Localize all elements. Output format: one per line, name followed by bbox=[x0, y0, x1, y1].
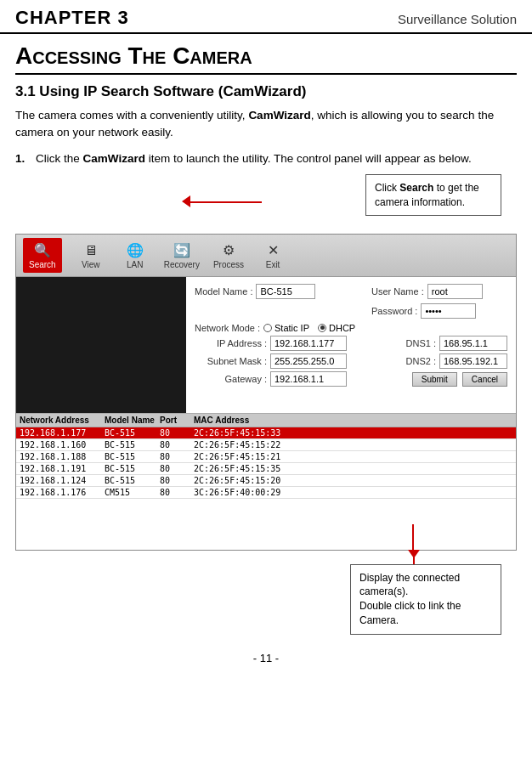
username-input[interactable] bbox=[427, 284, 483, 299]
cell-mac: 2C:26:5F:45:15:22 bbox=[194, 440, 512, 450]
col-header-mac: MAC Address bbox=[194, 416, 512, 425]
col-header-port: Port bbox=[160, 416, 194, 425]
static-ip-label: Static IP bbox=[274, 323, 309, 333]
subnet-input[interactable] bbox=[270, 353, 347, 369]
view-icon: 🖥 bbox=[79, 241, 103, 260]
cam-form: Model Name : User Name : Password : bbox=[186, 277, 516, 413]
process-icon: ⚙ bbox=[217, 241, 241, 260]
dhcp-label: DHCP bbox=[329, 323, 355, 333]
password-input[interactable] bbox=[421, 303, 476, 319]
cell-mac: 2C:26:5F:45:15:20 bbox=[194, 476, 512, 485]
submit-button[interactable]: Submit bbox=[412, 372, 457, 387]
network-mode-label: Network Mode : bbox=[195, 323, 260, 333]
table-row[interactable]: 192.168.1.177 BC-515 80 2C:26:5F:45:15:3… bbox=[16, 427, 516, 439]
cell-port: 80 bbox=[160, 476, 194, 485]
cam-list: Network Address Model Name Port MAC Addr… bbox=[16, 413, 516, 499]
main-title: Accessing The Camera bbox=[15, 42, 517, 75]
toolbar-recovery-btn[interactable]: 🔄 Recovery bbox=[164, 241, 200, 269]
cell-port: 80 bbox=[160, 440, 194, 450]
dns2-label: DNS2 : bbox=[406, 356, 436, 366]
cell-ip: 192.168.1.176 bbox=[20, 488, 105, 497]
table-row[interactable]: 192.168.1.176 CM515 80 3C:26:5F:40:00:29 bbox=[16, 487, 516, 499]
cell-ip: 192.168.1.191 bbox=[20, 464, 105, 473]
callout-top-box: Click Search to get the camera informati… bbox=[365, 174, 501, 217]
view-label: View bbox=[82, 260, 100, 269]
table-row[interactable]: 192.168.1.191 BC-515 80 2C:26:5F:45:15:3… bbox=[16, 463, 516, 475]
ip-input[interactable] bbox=[270, 336, 347, 351]
model-input[interactable] bbox=[256, 284, 315, 299]
toolbar-view-btn[interactable]: 🖥 View bbox=[76, 241, 106, 269]
cell-mac: 2C:26:5F:45:15:33 bbox=[194, 428, 512, 438]
cell-mac: 3C:26:5F:40:00:29 bbox=[194, 488, 512, 497]
cell-ip: 192.168.1.177 bbox=[20, 428, 105, 438]
exit-icon: ✕ bbox=[261, 241, 285, 260]
down-arrow-line bbox=[412, 524, 414, 550]
intro-paragraph: The camera comes with a conveniently uti… bbox=[15, 107, 517, 142]
exit-label: Exit bbox=[266, 260, 280, 269]
dns1-input[interactable] bbox=[439, 336, 507, 351]
cell-model: BC-515 bbox=[105, 440, 160, 450]
recovery-label: Recovery bbox=[164, 260, 200, 269]
table-row[interactable]: 192.168.1.188 BC-515 80 2C:26:5F:45:15:2… bbox=[16, 451, 516, 463]
cell-model: BC-515 bbox=[105, 428, 160, 438]
cell-ip: 192.168.1.160 bbox=[20, 440, 105, 450]
cell-port: 80 bbox=[160, 428, 194, 438]
chapter-header: CHAPTER 3 Surveillance Solution bbox=[0, 0, 532, 34]
cell-model: BC-515 bbox=[105, 464, 160, 473]
model-label: Model Name : bbox=[195, 286, 252, 297]
subnet-label: Subnet Mask : bbox=[207, 356, 267, 366]
cell-port: 80 bbox=[160, 488, 194, 497]
cell-port: 80 bbox=[160, 452, 194, 461]
cell-model: CM515 bbox=[105, 488, 160, 497]
table-row[interactable]: 192.168.1.124 BC-515 80 2C:26:5F:45:15:2… bbox=[16, 475, 516, 487]
cell-mac: 2C:26:5F:45:15:21 bbox=[194, 452, 512, 461]
col-header-model: Model Name bbox=[105, 416, 160, 425]
step-text: Click the CamWizard item to launch the u… bbox=[36, 150, 472, 167]
process-label: Process bbox=[213, 260, 244, 269]
cam-panel: 🔍 Search 🖥 View 🌐 LAN 🔄 Recovery ⚙ Proce… bbox=[15, 234, 517, 551]
chapter-subtitle: Surveillance Solution bbox=[398, 12, 517, 26]
password-label: Password : bbox=[371, 306, 417, 316]
recovery-icon: 🔄 bbox=[170, 241, 194, 260]
search-label: Search bbox=[29, 260, 56, 269]
cam-list-header: Network Address Model Name Port MAC Addr… bbox=[16, 414, 516, 427]
gateway-input[interactable] bbox=[270, 371, 347, 387]
toolbar-exit-btn[interactable]: ✕ Exit bbox=[258, 241, 288, 269]
toolbar-process-btn[interactable]: ⚙ Process bbox=[213, 241, 244, 269]
lan-label: LAN bbox=[127, 260, 143, 269]
table-row[interactable]: 192.168.1.160 BC-515 80 2C:26:5F:45:15:2… bbox=[16, 439, 516, 451]
static-ip-radio[interactable]: Static IP bbox=[263, 323, 309, 333]
cell-ip: 192.168.1.188 bbox=[20, 452, 105, 461]
page-footer: - 11 - bbox=[15, 642, 517, 671]
down-arrow-head bbox=[408, 550, 420, 558]
section-subtitle: 3.1 Using IP Search Software (CamWizard) bbox=[15, 83, 517, 100]
ip-label: IP Address : bbox=[217, 338, 267, 348]
cell-model: BC-515 bbox=[105, 452, 160, 461]
gateway-label: Gateway : bbox=[224, 374, 267, 384]
cell-ip: 192.168.1.124 bbox=[20, 476, 105, 485]
username-label: User Name : bbox=[371, 286, 424, 297]
search-icon: 🔍 bbox=[31, 241, 54, 260]
cam-toolbar: 🔍 Search 🖥 View 🌐 LAN 🔄 Recovery ⚙ Proce… bbox=[16, 235, 516, 277]
dhcp-radio-circle bbox=[318, 324, 326, 332]
camera-preview bbox=[16, 277, 186, 413]
callout-bottom-text: Display the connected camera(s).Double c… bbox=[359, 572, 461, 626]
chapter-title: CHAPTER 3 bbox=[15, 7, 129, 29]
col-header-ip: Network Address bbox=[20, 416, 105, 425]
cell-model: BC-515 bbox=[105, 476, 160, 485]
cell-port: 80 bbox=[160, 464, 194, 473]
lan-icon: 🌐 bbox=[123, 241, 147, 260]
step-number: 1. bbox=[15, 150, 31, 167]
dns1-label: DNS1 : bbox=[406, 338, 436, 348]
toolbar-search-btn[interactable]: 🔍 Search bbox=[23, 238, 62, 273]
static-radio-circle bbox=[263, 324, 272, 332]
cancel-button[interactable]: Cancel bbox=[462, 372, 507, 387]
toolbar-lan-btn[interactable]: 🌐 LAN bbox=[120, 241, 150, 269]
cell-mac: 2C:26:5F:45:15:35 bbox=[194, 464, 512, 473]
callout-bottom-box: Display the connected camera(s).Double c… bbox=[350, 564, 501, 635]
dhcp-radio[interactable]: DHCP bbox=[318, 323, 355, 333]
dns2-input[interactable] bbox=[439, 353, 507, 369]
